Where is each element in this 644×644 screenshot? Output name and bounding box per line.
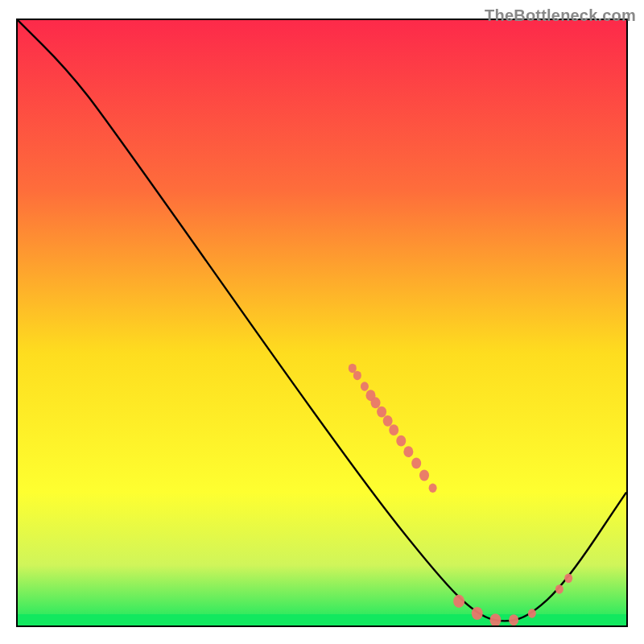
data-point xyxy=(361,382,369,391)
data-point xyxy=(453,595,464,608)
data-point xyxy=(396,436,406,447)
data-point xyxy=(419,470,429,481)
data-point xyxy=(377,407,386,418)
data-point xyxy=(403,446,413,457)
data-point xyxy=(371,397,381,408)
data-point xyxy=(564,574,572,584)
data-point xyxy=(411,458,421,469)
data-point xyxy=(489,613,501,626)
data-point xyxy=(389,424,398,436)
data-point xyxy=(555,584,564,594)
data-point xyxy=(472,607,483,620)
gradient-background xyxy=(18,20,626,625)
data-point xyxy=(383,415,393,427)
data-point xyxy=(349,364,357,374)
data-point xyxy=(353,371,361,381)
bottleneck-curve-chart xyxy=(0,0,644,644)
data-point xyxy=(509,614,518,625)
data-point xyxy=(528,609,536,618)
data-point xyxy=(429,484,437,493)
watermark-label: TheBottleneck.com xyxy=(485,6,636,25)
